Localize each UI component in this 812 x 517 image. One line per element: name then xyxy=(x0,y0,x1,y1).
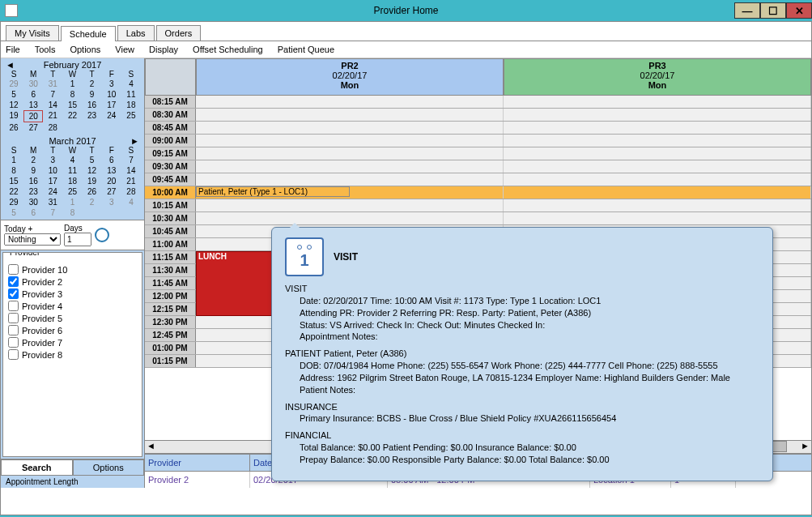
schedule-cell[interactable] xyxy=(196,147,504,160)
cal-day[interactable]: 21 xyxy=(121,176,141,186)
provider-item[interactable]: Provider 8 xyxy=(5,348,140,361)
grid-header-provider[interactable]: Provider xyxy=(145,455,250,471)
close-button[interactable]: ✕ xyxy=(786,2,812,19)
schedule-cell[interactable] xyxy=(196,135,504,147)
schedule-cell[interactable] xyxy=(504,109,811,121)
days-input[interactable] xyxy=(64,233,91,246)
refresh-icon[interactable] xyxy=(95,228,109,242)
cal-day[interactable]: 4 xyxy=(62,155,82,165)
cal-day[interactable]: 3 xyxy=(43,155,62,165)
cal-day[interactable]: 31 xyxy=(43,79,62,89)
cal-day[interactable]: 9 xyxy=(23,165,43,176)
cal-day[interactable]: 2 xyxy=(83,79,102,89)
menu-options[interactable]: Options xyxy=(70,45,100,54)
cal-day[interactable]: 27 xyxy=(102,186,121,197)
cal-day[interactable]: 16 xyxy=(23,176,43,186)
provider-checkbox[interactable] xyxy=(8,337,19,348)
tab-my-visits[interactable]: My Visits xyxy=(6,25,59,41)
cal-day[interactable]: 1 xyxy=(62,79,82,89)
maximize-button[interactable]: ☐ xyxy=(760,2,786,19)
column-header-pr2[interactable]: PR2 02/20/17 Mon xyxy=(196,58,504,96)
cal-day[interactable]: 12 xyxy=(4,100,23,110)
cal-day[interactable]: 11 xyxy=(121,89,141,100)
cal-day[interactable]: 2 xyxy=(23,155,43,165)
cal-day[interactable]: 26 xyxy=(4,122,23,133)
cal-next-icon[interactable]: ► xyxy=(130,136,139,146)
schedule-cell[interactable] xyxy=(504,96,811,108)
schedule-cell[interactable] xyxy=(504,186,811,199)
lunch-block[interactable]: LUNCH xyxy=(196,251,272,316)
cal-day[interactable]: 1 xyxy=(62,197,82,207)
cal-day[interactable]: 3 xyxy=(102,197,121,207)
schedule-cell[interactable] xyxy=(196,212,504,224)
cal-day[interactable]: 25 xyxy=(62,186,82,197)
cal-day[interactable]: 8 xyxy=(62,89,82,100)
cal-day[interactable]: 7 xyxy=(121,155,141,165)
cal-day[interactable]: 5 xyxy=(4,89,23,100)
menu-file[interactable]: File xyxy=(6,45,20,54)
cal-day[interactable]: 24 xyxy=(43,186,62,197)
cal-day[interactable]: 24 xyxy=(102,110,121,122)
cal-day[interactable]: 28 xyxy=(43,122,62,133)
tab-schedule[interactable]: Schedule xyxy=(61,26,116,41)
cal-day[interactable]: 16 xyxy=(83,100,102,110)
cal-day[interactable]: 29 xyxy=(4,197,23,207)
provider-checkbox[interactable] xyxy=(8,288,19,299)
schedule-cell[interactable] xyxy=(196,160,504,173)
cal-day[interactable]: 21 xyxy=(43,110,62,122)
menu-offset-scheduling[interactable]: Offset Scheduling xyxy=(193,45,263,54)
schedule-cell[interactable] xyxy=(504,199,811,212)
cal-prev-icon[interactable]: ◄ xyxy=(6,60,15,70)
provider-checkbox[interactable] xyxy=(8,276,19,287)
cal-day[interactable]: 13 xyxy=(23,100,43,110)
schedule-cell[interactable] xyxy=(196,199,504,212)
provider-item[interactable]: Provider 5 xyxy=(5,312,140,324)
menu-tools[interactable]: Tools xyxy=(35,45,56,54)
cal-day[interactable]: 2 xyxy=(83,197,102,207)
cal-day[interactable]: 18 xyxy=(121,100,141,110)
cal-day[interactable]: 26 xyxy=(83,186,102,197)
cal-day[interactable]: 30 xyxy=(23,197,43,207)
cal-day[interactable]: 17 xyxy=(102,100,121,110)
cal-day[interactable]: 12 xyxy=(83,165,102,176)
cal-day[interactable]: 19 xyxy=(83,176,102,186)
schedule-cell[interactable] xyxy=(504,212,811,224)
provider-item[interactable]: Provider 3 xyxy=(5,288,140,300)
cal-day[interactable]: 27 xyxy=(23,122,43,133)
cal-day[interactable]: 4 xyxy=(121,79,141,89)
menu-view[interactable]: View xyxy=(115,45,134,54)
cal-day[interactable]: 23 xyxy=(23,186,43,197)
schedule-cell[interactable] xyxy=(504,135,811,147)
cal-day[interactable]: 13 xyxy=(102,165,121,176)
cal-day[interactable]: 7 xyxy=(43,207,62,218)
today-select[interactable]: Nothing xyxy=(4,233,61,246)
cal-day[interactable]: 5 xyxy=(4,207,23,218)
provider-item[interactable]: Provider 7 xyxy=(5,336,140,348)
minimize-button[interactable]: — xyxy=(734,2,760,19)
provider-checkbox[interactable] xyxy=(8,313,19,323)
cal-day[interactable]: 17 xyxy=(43,176,62,186)
provider-item[interactable]: Provider 4 xyxy=(5,300,140,312)
cal-day[interactable]: 8 xyxy=(4,165,23,176)
tab-options-bottom[interactable]: Options xyxy=(73,459,145,476)
cal-day[interactable]: 8 xyxy=(62,207,82,218)
cal-day[interactable]: 10 xyxy=(102,89,121,100)
tab-orders[interactable]: Orders xyxy=(156,25,202,41)
cal-day[interactable]: 23 xyxy=(83,110,102,122)
column-header-pr3[interactable]: PR3 02/20/17 Mon xyxy=(504,58,811,96)
provider-checkbox[interactable] xyxy=(8,264,19,275)
cal-day[interactable]: 28 xyxy=(121,186,141,197)
cal-day[interactable]: 4 xyxy=(121,197,141,207)
schedule-cell[interactable] xyxy=(504,173,811,186)
tab-labs[interactable]: Labs xyxy=(117,25,155,41)
schedule-cell[interactable] xyxy=(196,173,504,186)
cal-day[interactable]: 6 xyxy=(102,155,121,165)
schedule-cell[interactable] xyxy=(504,122,811,134)
menu-patient-queue[interactable]: Patient Queue xyxy=(278,45,334,54)
cal-day[interactable]: 6 xyxy=(23,89,43,100)
schedule-cell[interactable] xyxy=(504,160,811,173)
cal-day[interactable]: 6 xyxy=(23,207,43,218)
schedule-cell[interactable] xyxy=(196,109,504,121)
cal-day[interactable]: 20 xyxy=(102,176,121,186)
cal-day[interactable]: 1 xyxy=(4,155,23,165)
